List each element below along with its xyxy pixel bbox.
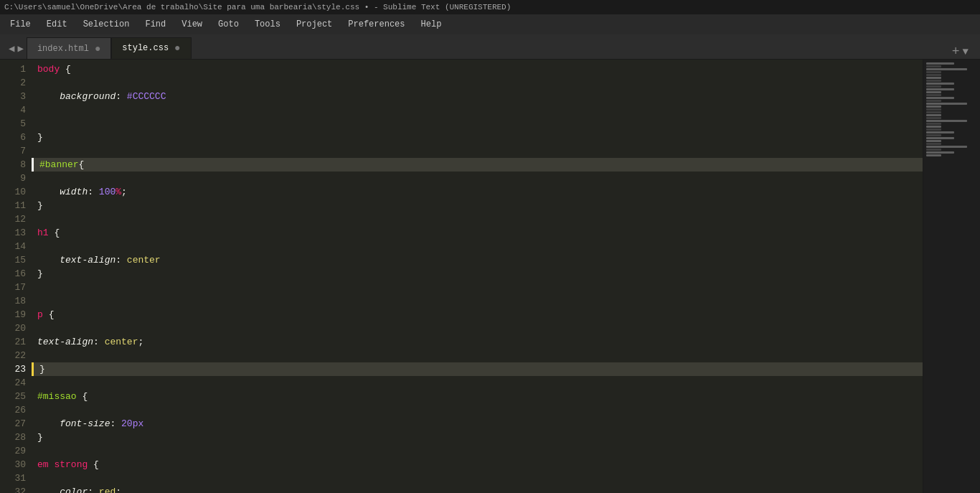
menu-bar: File Edit Selection Find View Goto Tools…: [0, 14, 980, 34]
code-line-11: }: [32, 199, 923, 212]
code-line-29: [32, 444, 923, 458]
menu-help[interactable]: Help: [414, 17, 449, 32]
line-num-2: 2: [3, 76, 26, 90]
line-num-3: 3: [3, 90, 26, 103]
title-bar: C:\Users\samuel\OneDrive\Area de trabalh…: [0, 0, 980, 14]
mini-line-19: [926, 114, 941, 116]
code-line-15: text-align: center: [32, 253, 923, 267]
line-num-1: 1: [3, 62, 26, 76]
code-line-10: width: 100%;: [32, 185, 923, 199]
tab-list-icon[interactable]: ▼: [963, 46, 969, 57]
line-numbers: 1 2 3 4 5 6 7 8 9 10 11 12 13 14 15 16 1…: [0, 60, 32, 493]
mini-line-31: [926, 149, 941, 151]
mini-line-1: [926, 62, 954, 65]
code-line-28: }: [32, 431, 923, 444]
menu-selection[interactable]: Selection: [76, 17, 137, 32]
tab-nav[interactable]: ◀ ▶: [6, 37, 27, 59]
line-num-16: 16: [3, 267, 26, 281]
code-line-30: em strong {: [32, 458, 923, 471]
code-line-32: color: red;: [32, 485, 923, 493]
code-line-6: }: [32, 131, 923, 144]
menu-edit[interactable]: Edit: [39, 17, 75, 32]
mini-line-21: [926, 120, 967, 122]
line-num-8: 8: [3, 158, 26, 172]
line-num-28: 28: [3, 431, 26, 444]
code-line-9: [32, 172, 923, 185]
mini-line-29: [926, 143, 941, 145]
line-num-22: 22: [3, 349, 26, 362]
tab-next-icon[interactable]: ▶: [17, 42, 23, 55]
line-num-25: 25: [3, 390, 26, 403]
mini-line-6: [926, 77, 941, 79]
line-num-13: 13: [3, 226, 26, 240]
line-num-24: 24: [3, 376, 26, 390]
editor: 1 2 3 4 5 6 7 8 9 10 11 12 13 14 15 16 1…: [0, 60, 980, 493]
mini-line-11: [926, 91, 941, 93]
tab-style-css[interactable]: style.css ●: [111, 37, 191, 59]
code-line-12: [32, 212, 923, 226]
tab-index-label: index.html: [37, 44, 89, 54]
menu-view[interactable]: View: [174, 17, 209, 32]
mini-line-30: [926, 146, 967, 148]
line-num-30: 30: [3, 458, 26, 471]
mini-line-4: [926, 71, 941, 73]
mini-line-25: [926, 131, 954, 133]
code-line-2: [32, 76, 923, 90]
code-line-13: h1 {: [32, 226, 923, 240]
code-line-22: [32, 349, 923, 362]
code-line-8: #banner{: [32, 158, 923, 172]
code-line-23: }: [32, 362, 923, 376]
line-num-32: 32: [3, 485, 26, 493]
code-line-5: [32, 117, 923, 131]
menu-goto[interactable]: Goto: [211, 17, 246, 32]
line-num-14: 14: [3, 240, 26, 253]
mini-line-22: [926, 123, 941, 125]
title-text: C:\Users\samuel\OneDrive\Area de trabalh…: [4, 3, 511, 11]
menu-tools[interactable]: Tools: [248, 17, 288, 32]
line-num-20: 20: [3, 321, 26, 335]
mini-line-33: [926, 154, 941, 156]
mini-line-13: [926, 97, 954, 99]
menu-find[interactable]: Find: [138, 17, 173, 32]
menu-project[interactable]: Project: [289, 17, 339, 32]
mini-line-9: [926, 85, 941, 88]
mini-line-23: [926, 126, 941, 128]
line-num-26: 26: [3, 403, 26, 417]
tab-bar: ◀ ▶ index.html ● style.css ● + ▼: [0, 34, 980, 60]
code-line-17: [32, 281, 923, 294]
menu-preferences[interactable]: Preferences: [341, 17, 412, 32]
code-line-14: [32, 240, 923, 253]
tab-index-html[interactable]: index.html ●: [27, 37, 111, 59]
minimap-content: [923, 60, 980, 160]
line-num-12: 12: [3, 212, 26, 226]
mini-line-7: [926, 80, 941, 82]
line-num-19: 19: [3, 308, 26, 321]
mini-line-32: [926, 151, 954, 154]
line-num-5: 5: [3, 117, 26, 131]
code-area[interactable]: body { background: #CCCCCC } #banner{ wi…: [32, 60, 923, 493]
code-line-25: #missao {: [32, 390, 923, 403]
mini-line-16: [926, 105, 941, 108]
mini-line-15: [926, 103, 967, 105]
menu-file[interactable]: File: [3, 17, 38, 32]
tab-prev-icon[interactable]: ◀: [9, 42, 14, 55]
code-line-21: text-align: center;: [32, 335, 923, 349]
mini-line-8: [926, 83, 954, 85]
mini-line-5: [926, 74, 941, 76]
code-line-16: }: [32, 267, 923, 281]
code-line-20: [32, 321, 923, 335]
tab-style-close[interactable]: ●: [174, 43, 180, 53]
line-num-31: 31: [3, 471, 26, 485]
code-line-3: background: #CCCCCC: [32, 90, 923, 103]
mini-line-26: [926, 134, 941, 136]
tab-add-area: + ▼: [946, 44, 974, 59]
line-num-17: 17: [3, 281, 26, 294]
code-line-26: [32, 403, 923, 417]
mini-line-27: [926, 137, 954, 139]
line-num-27: 27: [3, 417, 26, 431]
tab-index-close[interactable]: ●: [95, 44, 100, 54]
line-num-18: 18: [3, 294, 26, 308]
tab-add-icon[interactable]: +: [952, 44, 960, 59]
mini-line-28: [926, 140, 941, 142]
mini-line-12: [926, 94, 941, 96]
